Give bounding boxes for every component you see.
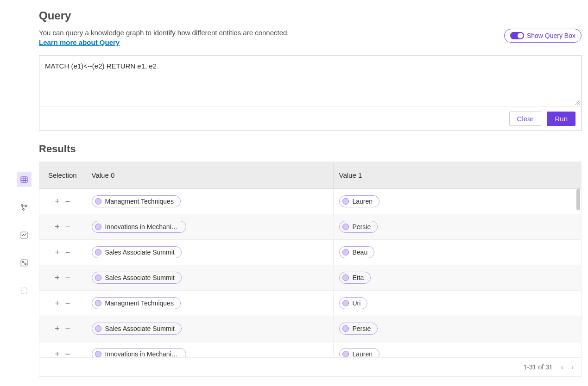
entity-chip[interactable]: Innovations in Mechanical...	[92, 221, 186, 233]
svg-point-5	[21, 205, 23, 206]
entity-label: Beau	[353, 249, 368, 256]
table-row: + −Innovations in Mechanical...Persie	[39, 214, 581, 240]
graph-view-button[interactable]	[17, 200, 32, 215]
add-to-selection-button[interactable]: +	[53, 248, 62, 257]
svg-point-7	[23, 209, 25, 211]
remove-from-selection-button[interactable]: −	[63, 222, 72, 231]
entity-dot-icon	[95, 300, 101, 306]
remove-from-selection-button[interactable]: −	[63, 324, 72, 333]
entity-dot-icon	[342, 300, 349, 306]
add-to-selection-button[interactable]: +	[53, 349, 62, 358]
query-input[interactable]: MATCH (e1)<--(e2) RETURN e1, e2	[39, 56, 581, 105]
entity-dot-icon	[342, 274, 349, 281]
chart-view-button[interactable]	[17, 228, 32, 243]
remove-from-selection-button[interactable]: −	[63, 197, 72, 206]
page-description: You can query a knowledge graph to ident…	[39, 29, 289, 37]
table-row: + −Sales Associate SummitBeau	[39, 240, 581, 265]
run-button[interactable]: Run	[547, 112, 575, 126]
page-title: Query	[39, 9, 582, 22]
entity-dot-icon	[342, 249, 349, 255]
entity-chip[interactable]: Managment Techniques	[92, 297, 181, 309]
svg-rect-0	[21, 177, 27, 182]
entity-chip[interactable]: Uri	[339, 297, 368, 309]
entity-label: Managment Techniques	[105, 198, 174, 205]
left-gutter	[0, 0, 9, 386]
entity-label: Sales Associate Summit	[105, 325, 175, 332]
entity-dot-icon	[95, 198, 101, 205]
entity-label: Innovations in Mechanical...	[105, 223, 179, 230]
table-view-button[interactable]	[17, 172, 32, 187]
selection-view-button	[17, 283, 32, 298]
entity-dot-icon	[95, 351, 101, 357]
entity-chip[interactable]: Sales Associate Summit	[92, 323, 182, 335]
entity-label: Etta	[353, 274, 364, 281]
svg-line-9	[22, 206, 23, 209]
results-title: Results	[39, 143, 582, 155]
toggle-switch-icon	[510, 32, 524, 39]
entity-chip[interactable]: Persie	[339, 221, 378, 233]
entity-dot-icon	[342, 351, 349, 357]
entity-dot-icon	[342, 198, 349, 205]
svg-line-14	[24, 262, 25, 263]
entity-dot-icon	[95, 274, 101, 281]
entity-label: Managment Techniques	[105, 299, 174, 307]
add-to-selection-button[interactable]: +	[53, 324, 62, 333]
entity-dot-icon	[342, 224, 349, 230]
table-row: + −Sales Associate SummitEtta	[39, 265, 581, 291]
remove-from-selection-button[interactable]: −	[63, 273, 72, 282]
remove-from-selection-button[interactable]: −	[63, 248, 72, 257]
add-to-selection-button[interactable]: +	[53, 299, 62, 308]
entity-label: Persie	[353, 223, 371, 230]
col-header-selection[interactable]: Selection	[39, 162, 86, 189]
query-box: MATCH (e1)<--(e2) RETURN e1, e2 Clear Ru…	[39, 55, 582, 131]
scrollbar-thumb[interactable]	[576, 189, 580, 210]
table-row: + −Sales Associate SummitPersie	[39, 316, 581, 342]
pager-prev-button[interactable]: ‹	[561, 363, 563, 371]
entity-chip[interactable]: Beau	[339, 246, 375, 258]
entity-label: Sales Associate Summit	[105, 274, 175, 281]
entity-chip[interactable]: Lauren	[339, 195, 380, 207]
map-view-button[interactable]	[17, 255, 32, 270]
toggle-label: Show Query Box	[527, 32, 575, 39]
table-row: + −Managment TechniquesLauren	[39, 189, 581, 214]
entity-chip[interactable]: Innovations in Mechanical...	[92, 348, 186, 357]
entity-chip[interactable]: Lauren	[339, 348, 380, 357]
entity-label: Uri	[353, 299, 361, 307]
col-header-value0[interactable]: Value 0	[86, 162, 333, 189]
svg-rect-15	[21, 288, 27, 293]
svg-point-6	[25, 205, 27, 207]
clear-button[interactable]: Clear	[509, 112, 542, 126]
remove-from-selection-button[interactable]: −	[63, 349, 72, 358]
table-row: + −Innovations in Mechanical...Lauren	[39, 342, 581, 358]
entity-dot-icon	[95, 224, 101, 230]
entity-dot-icon	[95, 325, 101, 332]
entity-chip[interactable]: Etta	[339, 272, 371, 284]
entity-label: Innovations in Mechanical...	[105, 350, 179, 357]
add-to-selection-button[interactable]: +	[53, 222, 62, 231]
entity-label: Lauren	[353, 198, 373, 205]
table-row: + −Managment TechniquesUri	[39, 291, 581, 316]
entity-dot-icon	[342, 325, 349, 332]
add-to-selection-button[interactable]: +	[53, 273, 62, 282]
results-table: Selection Value 0 Value 1 + −Managment T…	[39, 162, 582, 377]
svg-point-12	[22, 261, 24, 262]
entity-chip[interactable]: Persie	[339, 323, 378, 335]
svg-point-13	[25, 263, 26, 265]
entity-dot-icon	[95, 249, 101, 255]
view-tool-rail	[9, 0, 39, 386]
remove-from-selection-button[interactable]: −	[63, 299, 72, 308]
entity-label: Sales Associate Summit	[105, 249, 175, 256]
pager-next-button[interactable]: ›	[571, 363, 574, 371]
entity-chip[interactable]: Managment Techniques	[92, 195, 181, 207]
entity-chip[interactable]: Sales Associate Summit	[92, 272, 182, 284]
add-to-selection-button[interactable]: +	[53, 197, 62, 206]
show-query-box-toggle[interactable]: Show Query Box	[504, 29, 582, 43]
pager: 1-31 of 31 ‹ ›	[39, 357, 581, 376]
svg-line-8	[23, 205, 25, 206]
entity-chip[interactable]: Sales Associate Summit	[92, 246, 182, 258]
entity-label: Persie	[353, 325, 371, 332]
pager-status: 1-31 of 31	[524, 363, 553, 371]
entity-label: Lauren	[353, 350, 373, 357]
learn-more-link[interactable]: Learn more about Query	[39, 38, 120, 46]
col-header-value1[interactable]: Value 1	[333, 162, 581, 189]
